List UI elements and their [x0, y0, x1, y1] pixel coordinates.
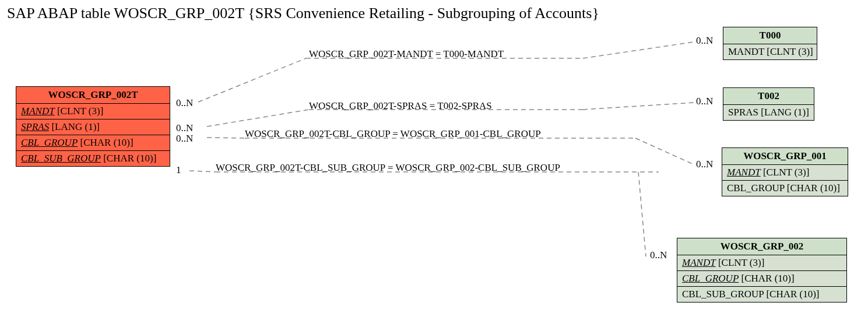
- relation-label-mandt: WOSCR_GRP_002T-MANDT = T000-MANDT: [309, 48, 504, 60]
- field-mandt: MANDT [CLNT (3)]: [723, 44, 817, 59]
- field-mandt: MANDT [CLNT (3)]: [677, 255, 846, 271]
- entity-woscr-grp-001: WOSCR_GRP_001 MANDT [CLNT (3)] CBL_GROUP…: [722, 147, 848, 196]
- field-cbl-group: CBL_GROUP [CHAR (10)]: [16, 135, 170, 151]
- entity-woscr-grp-002t: WOSCR_GRP_002T MANDT [CLNT (3)] SPRAS [L…: [16, 86, 170, 167]
- field-cbl-group: CBL_GROUP [CHAR (10)]: [722, 181, 848, 196]
- relation-label-cbl-sub-group: WOSCR_GRP_002T-CBL_SUB_GROUP = WOSCR_GRP…: [216, 162, 560, 174]
- cardinality: 0..N: [650, 249, 667, 261]
- svg-line-11: [638, 172, 646, 256]
- field-cbl-group: CBL_GROUP [CHAR (10)]: [677, 271, 846, 287]
- page-title: SAP ABAP table WOSCR_GRP_002T {SRS Conve…: [7, 5, 599, 22]
- entity-header: T000: [723, 27, 817, 44]
- svg-line-8: [635, 138, 695, 165]
- svg-line-0: [198, 58, 306, 102]
- svg-line-9: [189, 171, 216, 172]
- cardinality: 0..N: [176, 122, 193, 134]
- cardinality: 0..N: [176, 133, 193, 145]
- cardinality: 0..N: [696, 159, 713, 170]
- cardinality: 1: [176, 164, 181, 176]
- cardinality: 0..N: [696, 96, 713, 107]
- entity-t002: T002 SPRAS [LANG (1)]: [723, 87, 814, 121]
- field-mandt: MANDT [CLNT (3)]: [722, 165, 848, 181]
- field-mandt: MANDT [CLNT (3)]: [16, 104, 170, 119]
- field-cbl-sub-group: CBL_SUB_GROUP [CHAR (10)]: [16, 151, 170, 166]
- entity-header: WOSCR_GRP_001: [722, 148, 848, 165]
- svg-line-3: [207, 110, 309, 126]
- entity-header: WOSCR_GRP_002T: [16, 87, 170, 104]
- field-spras: SPRAS [LANG (1)]: [723, 105, 814, 120]
- field-spras: SPRAS [LANG (1)]: [16, 119, 170, 135]
- entity-header: T002: [723, 88, 814, 105]
- relation-label-spras: WOSCR_GRP_002T-SPRAS = T002-SPRAS: [309, 100, 492, 112]
- cardinality: 0..N: [176, 97, 193, 109]
- relation-label-cbl-group: WOSCR_GRP_002T-CBL_GROUP = WOSCR_GRP_001…: [245, 128, 541, 140]
- entity-header: WOSCR_GRP_002: [677, 238, 846, 255]
- entity-woscr-grp-002: WOSCR_GRP_002 MANDT [CLNT (3)] CBL_GROUP…: [677, 238, 847, 303]
- svg-line-2: [583, 42, 694, 58]
- field-cbl-sub-group: CBL_SUB_GROUP [CHAR (10)]: [677, 287, 846, 302]
- entity-t000: T000 MANDT [CLNT (3)]: [723, 27, 817, 60]
- svg-line-6: [207, 138, 245, 138]
- svg-line-5: [583, 103, 694, 110]
- cardinality: 0..N: [696, 35, 713, 47]
